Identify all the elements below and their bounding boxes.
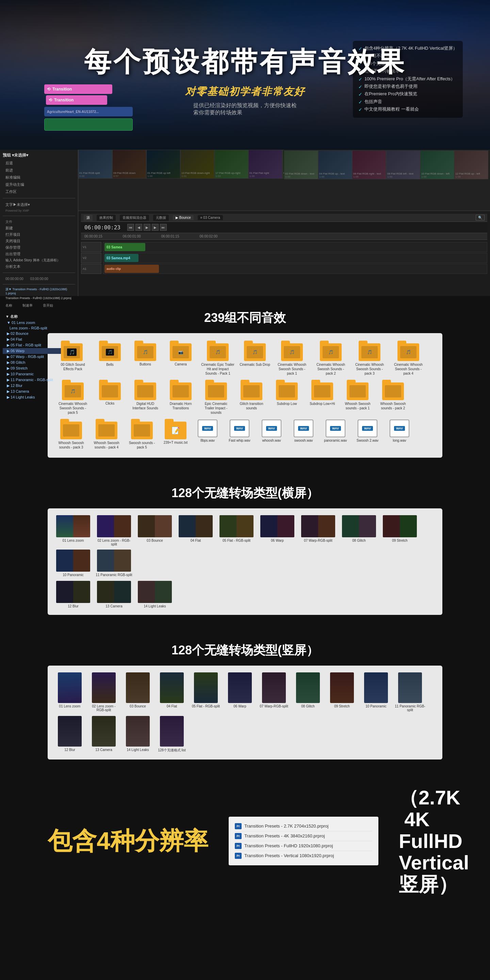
transport-next[interactable]: ▶ [152,224,159,231]
trans-h-label-6: 06 Warp [271,539,283,542]
trans-h-label-3: 03 Bounce [147,539,163,542]
sound-label-4: Cinematic Epic Trailer Hit and Impact So… [201,363,235,375]
sound-item-19: Whoosh Swoosh sounds - pack 2 [378,380,408,415]
res-filename-1: Transition Presets - 2.7K 2704x1520.prpr… [244,824,328,829]
transport-end[interactable]: ⏭ [160,224,167,231]
trans-v-label-3: 03 Bounce [130,705,146,708]
sound-item-15: Glitch transition sounds [236,380,267,415]
trans-h-2: 02 Lens zoom - RGB-split [95,515,133,546]
sound-item-10: 🎵 Cinematic Whoosh Swoosh Sounds - pack … [56,380,90,415]
panel-title2: Transition Presets - FullHD (1920x1088) … [3,296,75,301]
timeline-current-time: 06:00:00:23 [84,224,121,231]
sound-item-26: WAV whoosh.wav [258,420,285,450]
vertical-transitions-wrapper: 01 Lens zoom 02 Lens zoom - RGB-split 03… [48,666,442,759]
trans-h-label-7: 07 Warp-RGB-split [304,539,332,542]
sound-label-29: Swoosh 2.wav [356,439,379,442]
trans-v-label-4: 04 Flat [167,705,177,708]
sound-item-1: 🎵 Bells [95,341,125,375]
file-open[interactable]: 打开项目 [3,231,75,238]
transport-prev[interactable]: ◀ [135,224,142,231]
resolution-heading-right: （2.7K 4KFullHD Vertical竖屏） [399,787,469,895]
sound-item-25: WAV Fast whip.wav [226,420,253,450]
trans-v-9: 09 Stretch [327,672,357,712]
clip-v1-1[interactable]: 03 Samea [105,243,145,251]
sound-item-3: 📷 Camera [165,341,196,375]
hero-timeline: ⟲ Transition ⟲ Transition AgricultureHea… [44,84,133,133]
menu-workspace[interactable]: 工作区 [3,188,75,195]
sound-label-5: Cinematic Sub Drop [240,363,270,367]
find-button[interactable]: 🔍 [476,215,485,221]
horizontal-transitions-heading: 128个无缝转场类型(横屏） [0,471,490,508]
effect-lens-zoom-rgb[interactable]: Lens zoom - RGB-split [3,325,75,331]
sound-item-22: Swoosh sounds - pack 5 [127,420,157,450]
res-filename-4: Transition Presets - Vertical 1080x1920.… [244,853,334,858]
res-file-icon-4: Pr [235,853,242,859]
clip-v2-1[interactable]: 03 Samea.mp4 [105,254,138,262]
sound-label-20: Whoosh Swoosh sounds - pack 3 [56,441,86,450]
timeline-tab-source[interactable]: 源 [84,215,92,221]
feature-9: ✓中文使用视频教程 一看就会 [358,106,457,113]
clip-a1-1[interactable]: audio clip [105,265,159,273]
trans-h-5: 05 Flat - RGB-split [218,515,255,546]
res-filename-2: Transition Presets - 4K 3840x2160.prproj [244,833,325,838]
timeline-tab-bounce[interactable]: ▶ Bounce [173,215,194,220]
track-label-a1: A1 [81,264,102,274]
menu-file[interactable]: 文字▶未选择▾ [3,201,75,208]
timecode-1: 00:00:00:00 [5,277,24,281]
effect-folder[interactable]: ▼ 名称 [3,313,75,320]
trans-v-label-10: 10 Panoramic [366,705,387,708]
film-thumb-5: 17 Flat RGB up-right 1:03 [215,150,248,179]
feature-6: ✓即使您是初学者也易于使用 [358,83,457,91]
film-thumb-13: 08 Flat RGB left - text 1:00 [386,150,420,179]
transport-rewind[interactable]: ⏮ [127,224,134,231]
effect-bounce[interactable]: ▶ 02 Bounce [3,331,75,337]
sound-item-16: Subdrop Low [272,380,302,415]
trans-v-12: 12 Blur [54,716,85,753]
premiere-timeline: 源 效果控制 音频剪辑混合器 元数据 ▶ Bounce ≡ 03 Camera … [78,211,490,296]
file-adobe-story[interactable]: 输入 Adobe Story 脚本（无选择框） [3,257,75,263]
sound-item-21: Whoosh Swoosh sounds - pack 4 [91,420,122,450]
premiere-project-title: 预组 ▾未选择▾ [3,153,75,158]
sound-label-28: panoramic.wav [324,439,347,442]
vertical-row-1: 01 Lens zoom 02 Lens zoom - RGB-split 03… [54,672,436,712]
file-analyze[interactable]: 分析文本 [3,263,75,270]
menu-back[interactable]: 后退 [3,159,75,167]
trans-v-label-12: 12 Blur [64,748,75,752]
sound-item-24: WAV 8bps.wav [194,420,221,450]
timecode-2: 03:00:00:00 [30,277,48,281]
trans-v-4: 04 Flat [156,672,187,712]
menu-lift[interactable]: 提升动主编 [3,181,75,188]
trans-h-label-1: 01 Lens zoom [63,539,84,542]
film-thumb-2: 09 Flat RGB down 0:57 [112,150,146,179]
trans-h-11: 11 Panoramic RGB-split [95,550,133,577]
ruler-mark-4: 06:00:02:00 [199,234,218,238]
timeline-tracks: V1 V2 A1 03 Samea 03 Samea.mp4 audio cli… [81,240,487,276]
timeline-tab-camera[interactable]: ≡ 03 Camera [198,215,223,220]
menu-standard[interactable]: 标准编辑 [3,174,75,181]
file-export[interactable]: 出出管理 [3,251,75,257]
sound-item-11: Clicks [95,380,125,415]
trans-v-15: 128个无缝格式 list [156,716,187,753]
timeline-tab-meta[interactable]: 元数据 [153,215,169,221]
transport-play[interactable]: ▶ [143,224,150,231]
trans-v-13: 13 Camera [89,716,119,753]
file-new[interactable]: 新建 [3,225,75,231]
menu-forward[interactable]: 前进 [3,167,75,174]
resolution-file-list: Pr Transition Presets - 2.7K 2704x1520.p… [229,817,379,865]
resolution-heading-left: 包含4种分辨率 [48,829,208,853]
file-save[interactable]: 保存管理 [3,244,75,251]
file-close[interactable]: 关闭项目 [3,238,75,244]
sound-label-3: Camera [175,363,187,366]
timeline-tab-effects[interactable]: 效果控制 [97,215,116,221]
sound-label-11: Clicks [105,401,115,405]
timeline-audio [44,118,133,130]
timeline-tab-audio[interactable]: 音频剪辑混合器 [120,215,149,221]
trans-h-6: 06 Warp [259,515,296,546]
trans-v-label-7: 07 Warp-RGB-split [259,705,288,708]
sound-label-2: Buttons [140,363,151,366]
sound-label-16: Subdrop Low [277,401,297,406]
resolution-left: 包含4种分辨率 [48,829,208,853]
effect-lens-zoom[interactable]: ▼ 01 Lens zoom [3,320,75,325]
sound-item-18: Whoosh Swoosh sounds - pack 1 [342,380,373,415]
timeline-clip-1: AgricultureHeart_EN-AU11072... [44,107,133,116]
